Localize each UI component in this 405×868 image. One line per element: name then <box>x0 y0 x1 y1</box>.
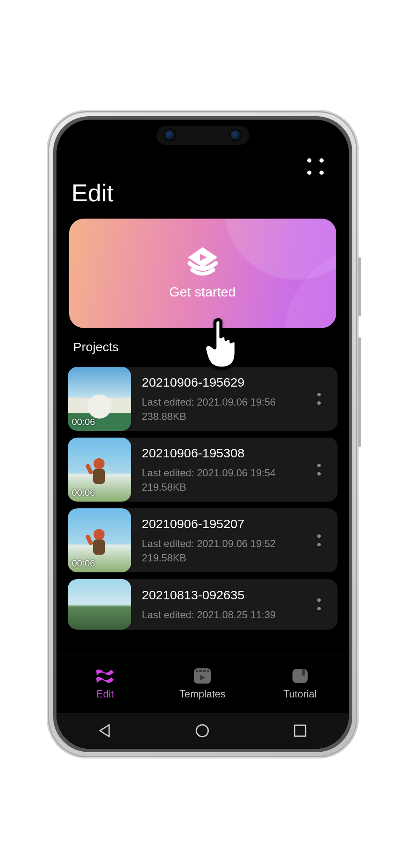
project-duration: 00:06 <box>72 558 95 569</box>
project-name: 20210906-195308 <box>142 446 312 460</box>
front-camera-left <box>164 129 176 141</box>
project-size: 238.88KB <box>142 411 312 422</box>
project-thumbnail: 00:06 <box>68 508 131 572</box>
project-edited: Last edited: 2021.09.06 19:56 <box>142 396 312 408</box>
projects-list[interactable]: 00:06 20210906-195629 Last edited: 2021.… <box>56 360 349 654</box>
svg-rect-13 <box>292 669 308 683</box>
triangle-back-icon <box>97 723 113 738</box>
svg-rect-16 <box>295 725 306 736</box>
project-edited: Last edited: 2021.09.06 19:52 <box>142 538 312 550</box>
get-started-card[interactable]: Get started <box>69 219 336 328</box>
android-nav-bar <box>56 713 349 749</box>
svg-rect-5 <box>93 539 105 555</box>
project-size: 219.58KB <box>142 552 312 564</box>
project-size: 219.58KB <box>142 481 312 493</box>
tap-cursor-icon <box>200 317 246 371</box>
project-item[interactable]: 00:06 20210906-195308 Last edited: 2021.… <box>68 438 338 502</box>
templates-tab-icon <box>193 667 212 685</box>
tab-label: Edit <box>96 688 113 700</box>
project-name: 20210906-195629 <box>142 375 312 390</box>
more-menu-button[interactable] <box>306 157 326 177</box>
square-recents-icon <box>293 724 307 738</box>
project-thumbnail: 00:06 <box>68 438 131 502</box>
tutorial-tab-icon <box>291 667 309 685</box>
project-item[interactable]: 00:06 20210906-195207 Last edited: 2021.… <box>68 508 338 572</box>
bottom-tab-bar: Edit Templates <box>56 654 349 713</box>
project-edited: Last edited: 2021.08.25 11:39 <box>142 609 312 621</box>
svg-rect-6 <box>85 534 93 546</box>
svg-rect-8 <box>196 670 198 672</box>
nav-back-button[interactable] <box>80 718 130 743</box>
svg-rect-3 <box>85 463 93 475</box>
nav-home-button[interactable] <box>177 718 228 743</box>
tab-tutorial[interactable]: Tutorial <box>251 654 349 713</box>
project-duration: 00:06 <box>72 417 95 427</box>
project-item[interactable]: 00:06 20210906-195629 Last edited: 2021.… <box>68 367 338 431</box>
project-item[interactable]: 20210813-092635 Last edited: 2021.08.25 … <box>68 579 338 630</box>
svg-rect-2 <box>93 469 105 484</box>
camera-notch <box>156 126 249 145</box>
project-name: 20210813-092635 <box>142 588 312 602</box>
project-name: 20210906-195207 <box>142 517 312 531</box>
project-more-button[interactable] <box>312 534 338 546</box>
tab-label: Tutorial <box>283 688 316 700</box>
svg-rect-10 <box>203 670 206 672</box>
layers-play-icon <box>185 246 221 278</box>
project-more-button[interactable] <box>312 598 338 610</box>
project-duration: 00:06 <box>72 487 95 498</box>
project-thumbnail: 00:06 <box>68 367 131 431</box>
project-more-button[interactable] <box>312 393 338 405</box>
circle-home-icon <box>195 723 210 738</box>
tab-label: Templates <box>180 688 225 700</box>
person-silhouette-icon <box>82 527 116 561</box>
nav-recents-button[interactable] <box>275 718 325 743</box>
tab-edit[interactable]: Edit <box>56 654 154 713</box>
svg-point-1 <box>94 458 105 469</box>
project-more-button[interactable] <box>312 464 338 475</box>
front-camera-right <box>230 129 241 141</box>
svg-rect-9 <box>199 670 202 672</box>
screen: Edit Get started Projects <box>56 120 349 749</box>
project-edited: Last edited: 2021.09.06 19:54 <box>142 467 312 479</box>
svg-point-15 <box>196 725 208 737</box>
tab-templates[interactable]: Templates <box>154 654 251 713</box>
phone-frame: Edit Get started Projects <box>47 110 359 758</box>
svg-rect-11 <box>207 670 209 672</box>
phone-bezel: Edit Get started Projects <box>53 116 352 752</box>
edit-tab-icon <box>94 667 115 685</box>
page-title: Edit <box>56 179 349 219</box>
person-silhouette-icon <box>82 456 116 490</box>
svg-rect-14 <box>302 669 305 676</box>
project-thumbnail <box>68 579 131 630</box>
svg-point-4 <box>94 529 105 540</box>
get-started-label: Get started <box>169 284 236 300</box>
